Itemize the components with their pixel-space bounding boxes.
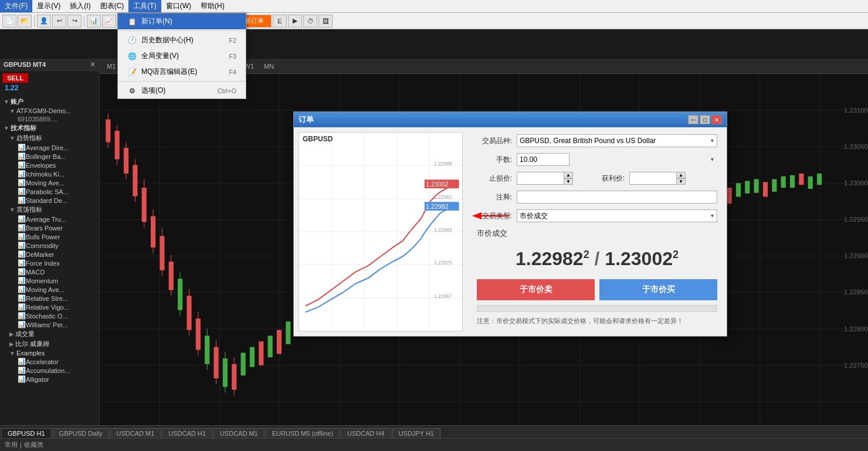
tab-gbpusd-daily[interactable]: GBPUSD Daily (53, 428, 109, 438)
tree-envelopes[interactable]: 📊 Envelopes (1, 161, 98, 169)
tree-account-demo[interactable]: ▼ ATFXGM9-Demo... (1, 107, 98, 115)
tree-williams[interactable]: 📊 Williams' Per... (1, 320, 98, 329)
tb-new[interactable]: 📄 (2, 15, 16, 28)
takeprofit-down-button[interactable]: ▼ (676, 178, 686, 185)
tree-commodity[interactable]: 📊 Commodity (1, 241, 98, 250)
tree-momentum[interactable]: 📊 Momentum (1, 276, 98, 285)
tree-bears[interactable]: 📊 Bears Power (1, 223, 98, 232)
tab-usdjpy-h1[interactable]: USDJPY H1 (392, 428, 440, 438)
menu-window[interactable]: 窗口(W) (161, 0, 196, 12)
price-separator: / (595, 248, 605, 269)
menu-help[interactable]: 帮助(H) (196, 0, 229, 12)
svg-text:1.22750: 1.22750 (844, 362, 868, 369)
tree-bill[interactable]: ▶ 比尔·威廉姆 (1, 339, 98, 349)
tree-macd[interactable]: 📊 MACD (1, 267, 98, 276)
tree-force[interactable]: 📊 Force Index (1, 259, 98, 267)
bid-suffix: 2 (584, 249, 589, 260)
takeprofit-up-button[interactable]: ▲ (676, 172, 686, 178)
tree-bulls[interactable]: 📊 Bulls Power (1, 232, 98, 241)
tree-rsi[interactable]: 📊 Relative Stre... (1, 294, 98, 303)
expand-icon7: ▶ (9, 341, 14, 347)
menu-file[interactable]: 文件(F) (0, 0, 32, 12)
tb-profiles[interactable]: 👤 (37, 15, 51, 28)
tab-eurusd-m5[interactable]: EURUSD M5 (offline) (266, 428, 340, 438)
menu-insert[interactable]: 插入(I) (65, 0, 95, 12)
tree-stochastic[interactable]: 📊 Stochastic O... (1, 311, 98, 320)
sidebar-title: GBPUSD MT4 (4, 61, 46, 68)
lots-select[interactable]: 10.00 (517, 153, 569, 166)
menu-mq-editor[interactable]: 📝 MQ语言编辑器(E) F4 (118, 64, 246, 80)
sell-market-button[interactable]: 于市价卖 (477, 279, 595, 300)
tree-indicators[interactable]: ▼ 技术指标 (1, 123, 98, 133)
tree-account-id[interactable]: 691035889:... (1, 115, 98, 123)
svg-text:1.23000: 1.23000 (844, 179, 868, 186)
tb-redo[interactable]: ↪ (67, 15, 82, 28)
tb-chart2[interactable]: 📈 (102, 15, 116, 28)
dialog-maximize-button[interactable]: □ (700, 115, 710, 124)
tree-oscillators[interactable]: ▼ 震荡指标 (1, 205, 98, 215)
tf-mn[interactable]: MN (259, 62, 279, 71)
global-icon: 🌐 (127, 52, 137, 61)
menu-tools[interactable]: 工具(T) (128, 0, 161, 12)
sidebar-close[interactable]: ✕ (90, 60, 96, 69)
tree-alligator[interactable]: 📊 Alligator (1, 375, 98, 384)
tree-examples[interactable]: ▼ Examples (1, 349, 98, 357)
tab-usdcad-h4[interactable]: USDCAD H4 (341, 428, 391, 438)
tree-stddev[interactable]: 📊 Standard De... (1, 196, 98, 205)
symbol-select-wrapper: GBPUSD, Great British Pound vs US Dollar (517, 134, 717, 147)
tb-open[interactable]: 📂 (18, 15, 32, 28)
tree-demarker[interactable]: 📊 DeMarker (1, 250, 98, 259)
stoploss-input[interactable]: 0.00000 (517, 172, 564, 185)
menu-chart[interactable]: 图表(C) (96, 0, 129, 12)
tree-accounts[interactable]: ▼ 账户 (1, 97, 98, 107)
tb-timer[interactable]: ⏱ (303, 15, 317, 28)
buy-market-button[interactable]: 于市价买 (599, 279, 717, 300)
takeprofit-input[interactable]: 0.00000 (629, 172, 676, 185)
svg-rect-64 (277, 330, 282, 354)
new-order-icon: 📋 (127, 17, 137, 26)
tree-adx[interactable]: 📊 Average Dire... (1, 143, 98, 152)
tree-ma2[interactable]: 📊 Moving Ave... (1, 285, 98, 294)
tree-accumulation[interactable]: 📊 Accumulation... (1, 366, 98, 375)
dialog-chart: GBPUSD 1.23002 (299, 132, 463, 331)
tab-gbpusd-h1[interactable]: GBPUSD H1 (1, 428, 52, 438)
svg-rect-121 (808, 177, 813, 189)
menu-history-center[interactable]: 🕐 历史数据中心(H) F2 (118, 32, 246, 48)
tb-expert[interactable]: E (273, 15, 287, 28)
stoploss-up-button[interactable]: ▲ (564, 172, 573, 178)
tree-atr[interactable]: 📊 Average Tru... (1, 215, 98, 223)
tree-ichimoku[interactable]: 📊 Ichimoku Ki... (1, 169, 98, 178)
lots-label: 手数: (477, 155, 512, 165)
expand-icon3: ▼ (4, 125, 9, 131)
menu-options[interactable]: ⚙ 选项(O) Ctrl+O (118, 83, 246, 99)
tree-volume[interactable]: ▶ 成交量 (1, 329, 98, 339)
dialog-minimize-button[interactable]: ─ (688, 115, 699, 124)
comment-input[interactable] (517, 191, 717, 204)
price-display: 1.22 (2, 83, 97, 93)
status-sep: | (20, 442, 22, 449)
tree-ma[interactable]: 📊 Moving Ave... (1, 178, 98, 187)
tree-accelerator[interactable]: 📊 Accelerator (1, 357, 98, 366)
tree-parabolic[interactable]: 📊 Parabolic SA... (1, 187, 98, 196)
menu-global-vars[interactable]: 🌐 全局变量(V) F3 (118, 48, 246, 64)
symbol-select[interactable]: GBPUSD, Great British Pound vs US Dollar (517, 134, 717, 147)
mini-chart-svg: 1.23002 1.22982 1.22999 1.22991 1.22983 … (299, 133, 462, 331)
dialog-close-button[interactable]: ✕ (711, 115, 722, 124)
tab-usdcad-m1-2[interactable]: USDCAD M1 (213, 428, 265, 438)
tab-usdcad-h1[interactable]: USDCAD H1 (162, 428, 212, 438)
menu-view[interactable]: 显示(V) (32, 0, 65, 12)
tb-screenshot[interactable]: 🖼 (318, 15, 333, 28)
sell-button[interactable]: SELL (2, 73, 28, 83)
tree-trend[interactable]: ▼ 趋势指标 (1, 133, 98, 143)
progress-bar (477, 305, 717, 312)
stoploss-down-button[interactable]: ▼ (564, 178, 573, 185)
tb-undo[interactable]: ↩ (52, 15, 66, 28)
tree-rvi[interactable]: 📊 Relative Vigo... (1, 303, 98, 311)
tree-bb[interactable]: 📊 Bollinger Ba... (1, 152, 98, 161)
menu-new-order[interactable]: 📋 新订单(N) (118, 13, 246, 29)
trade-type-select[interactable]: 市价成交 (517, 209, 717, 222)
svg-rect-118 (781, 177, 786, 188)
tb-autotrading[interactable]: ▶ (288, 15, 302, 28)
tb-chart1[interactable]: 📊 (87, 15, 101, 28)
tab-usdcad-m1-1[interactable]: USDCAD M1 (110, 428, 161, 438)
